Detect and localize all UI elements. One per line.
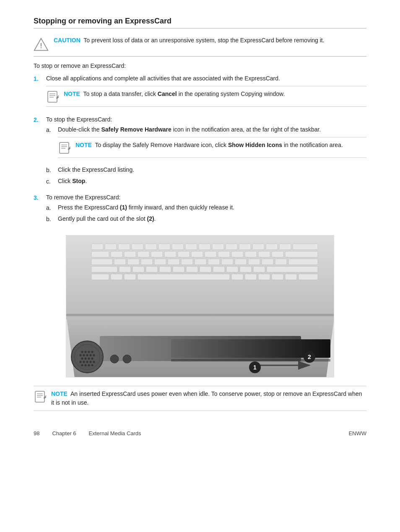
svg-rect-52 <box>181 259 193 265</box>
svg-point-110 <box>90 361 92 363</box>
svg-rect-79 <box>245 274 257 280</box>
step-1-num: 1. <box>34 75 42 82</box>
step-2b-label: b. <box>46 166 54 173</box>
note-label-2a: NOTE <box>75 142 92 148</box>
svg-rect-78 <box>231 274 243 280</box>
bottom-note-label: NOTE <box>51 390 68 397</box>
step-1-note: NOTE To stop a data transfer, click Canc… <box>46 86 366 107</box>
footer-left: 98 Chapter 6 External Media Cards <box>34 430 141 436</box>
note-icon-2a <box>58 141 71 154</box>
step-3-text: To remove the ExpressCard: <box>46 194 120 201</box>
svg-rect-64 <box>146 266 158 272</box>
svg-rect-38 <box>191 251 203 257</box>
svg-rect-53 <box>195 259 206 265</box>
footer-edition: ENWW <box>348 430 366 436</box>
bottom-note-text: NOTE An inserted ExpressCard uses power … <box>51 390 366 407</box>
svg-point-106 <box>91 358 94 360</box>
svg-point-101 <box>90 354 92 356</box>
step-3a: a. Press the ExpressCard (1) firmly inwa… <box>46 204 366 211</box>
step-2-content: To stop the ExpressCard: a. Double-click… <box>46 116 366 189</box>
step-2: 2. To stop the ExpressCard: a. Double-cl… <box>34 116 366 189</box>
svg-rect-60 <box>288 259 318 265</box>
svg-rect-42 <box>245 251 257 257</box>
svg-point-95 <box>85 351 87 353</box>
svg-rect-32 <box>111 251 122 257</box>
svg-rect-47 <box>114 259 126 265</box>
svg-rect-68 <box>200 266 211 272</box>
svg-rect-72 <box>253 266 265 272</box>
svg-rect-63 <box>132 266 144 272</box>
svg-rect-15 <box>91 244 103 250</box>
svg-point-104 <box>85 358 87 360</box>
svg-point-107 <box>80 361 82 363</box>
step-2-num: 2. <box>34 116 42 123</box>
svg-point-92 <box>71 341 103 373</box>
svg-text:!: ! <box>40 42 42 49</box>
svg-point-115 <box>91 364 94 367</box>
svg-rect-36 <box>164 251 176 257</box>
svg-rect-37 <box>178 251 190 257</box>
svg-rect-75 <box>111 274 122 280</box>
note-label-1: NOTE <box>64 90 80 97</box>
svg-rect-40 <box>218 251 230 257</box>
step-3b: b. Gently pull the card out of the slot … <box>46 215 366 222</box>
svg-rect-73 <box>267 266 318 272</box>
svg-point-96 <box>88 351 90 353</box>
footer-chapter: Chapter 6 <box>52 430 76 436</box>
svg-rect-66 <box>173 266 184 272</box>
svg-rect-44 <box>272 251 283 257</box>
intro-text: To stop or remove an ExpressCard: <box>34 62 366 69</box>
svg-rect-25 <box>226 244 237 250</box>
step-2-sublist: a. Double-click the Safely Remove Hardwa… <box>46 126 366 185</box>
svg-rect-86 <box>66 313 334 317</box>
svg-rect-70 <box>226 266 238 272</box>
svg-rect-71 <box>240 266 252 272</box>
svg-rect-45 <box>285 251 318 257</box>
svg-point-116 <box>110 355 119 363</box>
step-2a: a. Double-click the Safely Remove Hardwa… <box>46 126 366 162</box>
svg-rect-19 <box>145 244 157 250</box>
svg-rect-65 <box>159 266 171 272</box>
svg-point-100 <box>86 354 88 356</box>
svg-line-126 <box>45 395 46 396</box>
svg-rect-76 <box>124 274 136 280</box>
svg-rect-122 <box>35 391 44 402</box>
svg-rect-22 <box>185 244 197 250</box>
step-3: 3. To remove the ExpressCard: a. Press t… <box>34 194 366 227</box>
svg-rect-29 <box>279 244 291 250</box>
page-footer: 98 Chapter 6 External Media Cards ENWW <box>34 428 366 436</box>
svg-rect-21 <box>172 244 184 250</box>
svg-rect-54 <box>208 259 220 265</box>
laptop-svg: 1 2 <box>66 235 334 377</box>
svg-point-109 <box>86 361 88 363</box>
svg-rect-80 <box>258 274 270 280</box>
svg-rect-27 <box>252 244 264 250</box>
bottom-note: NOTE An inserted ExpressCard uses power … <box>34 386 366 411</box>
step-2a-note: NOTE To display the Safely Remove Hardwa… <box>58 137 366 158</box>
svg-rect-2 <box>48 91 57 102</box>
note-icon-1 <box>46 90 60 103</box>
svg-rect-7 <box>60 142 69 153</box>
svg-point-111 <box>93 361 95 363</box>
svg-text:1: 1 <box>253 364 257 371</box>
svg-rect-43 <box>258 251 270 257</box>
svg-rect-28 <box>266 244 278 250</box>
svg-rect-49 <box>141 259 153 265</box>
main-steps-list: 1. Close all applications and complete a… <box>34 75 366 227</box>
svg-rect-31 <box>91 251 109 257</box>
step-3b-label: b. <box>46 215 54 222</box>
svg-rect-50 <box>154 259 166 265</box>
note-icon-bottom <box>34 390 47 403</box>
svg-point-98 <box>80 354 82 356</box>
step-3-content: To remove the ExpressCard: a. Press the … <box>46 194 366 227</box>
step-3-sublist: a. Press the ExpressCard (1) firmly inwa… <box>46 204 366 222</box>
svg-point-99 <box>83 354 85 356</box>
svg-rect-57 <box>248 259 260 265</box>
step-1-note-text: NOTE To stop a data transfer, click Canc… <box>64 90 285 98</box>
svg-point-117 <box>123 355 131 363</box>
svg-rect-34 <box>138 251 149 257</box>
step-2b: b. Click the ExpressCard listing. <box>46 166 366 173</box>
laptop-image: 1 2 <box>66 235 334 377</box>
svg-rect-20 <box>158 244 170 250</box>
step-2-text: To stop the ExpressCard: <box>46 116 112 123</box>
